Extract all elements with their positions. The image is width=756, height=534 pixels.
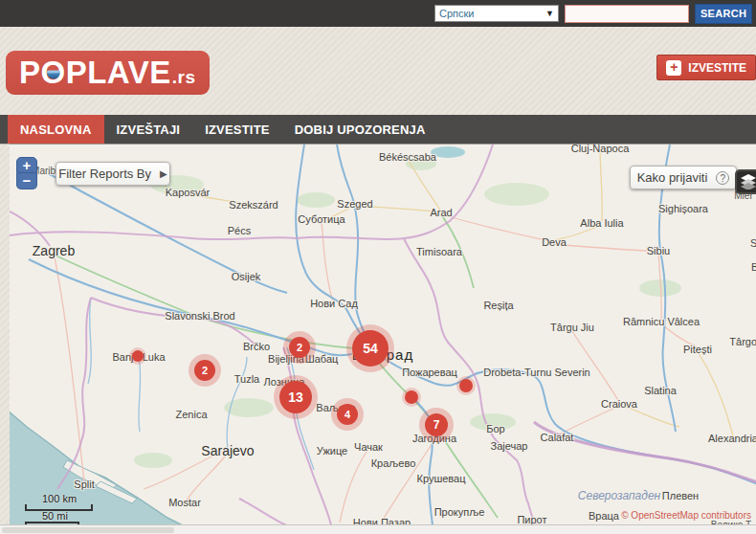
map-layers-button[interactable] bbox=[735, 169, 756, 194]
plus-icon: + bbox=[666, 60, 681, 76]
report-cluster-marker[interactable]: 54 bbox=[352, 330, 389, 367]
zoom-in-button[interactable]: + bbox=[16, 157, 37, 173]
scrollbar-thumb[interactable] bbox=[2, 527, 174, 533]
map-scale-bar: 100 km 50 mi bbox=[25, 493, 93, 524]
filter-reports-label: Filter Reports By bbox=[58, 167, 151, 181]
layers-icon bbox=[740, 174, 756, 189]
map-section: MariborKaposvárSzekszárdPécsSzegedСуботи… bbox=[0, 144, 756, 534]
horizontal-scrollbar[interactable] bbox=[0, 524, 756, 534]
filter-reports-button[interactable]: Filter Reports By ▶ bbox=[56, 162, 170, 186]
chevron-right-icon: ▶ bbox=[160, 168, 167, 179]
logo-tld: .rs bbox=[172, 67, 196, 88]
language-selected-value: Српски bbox=[439, 8, 474, 19]
site-header: POPLAVE.rs + IZVESTITE bbox=[0, 27, 756, 115]
report-dot-marker[interactable] bbox=[405, 390, 418, 404]
report-button[interactable]: + IZVESTITE bbox=[656, 55, 756, 80]
search-input[interactable] bbox=[565, 5, 689, 23]
scale-km-label: 100 km bbox=[42, 493, 93, 504]
map-canvas[interactable]: MariborKaposvárSzekszárdPécsSzegedСуботи… bbox=[10, 144, 756, 524]
report-cluster-marker[interactable]: 2 bbox=[289, 337, 310, 358]
question-mark-icon: ? bbox=[716, 171, 729, 185]
scale-mi-label: 50 mi bbox=[42, 511, 93, 522]
report-cluster-marker[interactable]: 13 bbox=[279, 381, 312, 413]
logo-letter-o: O bbox=[41, 55, 66, 91]
language-select[interactable]: Српски ▼ bbox=[434, 5, 559, 22]
scale-mi-bar bbox=[25, 522, 79, 524]
report-cluster-marker[interactable]: 7 bbox=[425, 413, 448, 436]
chevron-down-icon: ▼ bbox=[545, 9, 554, 18]
nav-item-dobij-upozorenja[interactable]: DOBIJ UPOZORENJA bbox=[282, 115, 438, 144]
report-button-label: IZVESTITE bbox=[688, 61, 746, 75]
how-to-report-label: Kako prijaviti bbox=[637, 170, 708, 185]
how-to-report-button[interactable]: Kako prijaviti ? bbox=[630, 166, 737, 189]
report-dot-marker[interactable] bbox=[459, 379, 473, 392]
top-bar: Српски ▼ SEARCH bbox=[0, 0, 756, 27]
zoom-out-button[interactable]: − bbox=[16, 173, 37, 189]
logo-text-p: P bbox=[19, 55, 41, 91]
main-nav: NASLOVNAIZVEŠTAJIIZVESTITEDOBIJ UPOZOREN… bbox=[0, 115, 756, 144]
nav-item-izveštaji[interactable]: IZVEŠTAJI bbox=[104, 115, 193, 144]
site-logo[interactable]: POPLAVE.rs bbox=[6, 51, 210, 95]
map-attribution[interactable]: © OpenStreetMap contributors bbox=[621, 510, 751, 521]
report-cluster-marker[interactable]: 2 bbox=[194, 360, 215, 381]
nav-item-izvestite[interactable]: IZVESTITE bbox=[192, 115, 282, 144]
report-cluster-marker[interactable]: 4 bbox=[337, 404, 358, 425]
search-button[interactable]: SEARCH bbox=[695, 4, 752, 24]
report-dot-marker[interactable] bbox=[132, 350, 144, 362]
logo-text-rest: PLAVE bbox=[66, 55, 171, 91]
left-edge-strip bbox=[0, 144, 10, 524]
nav-item-naslovna[interactable]: NASLOVNA bbox=[8, 115, 104, 144]
map-zoom-control: + − bbox=[16, 157, 37, 189]
